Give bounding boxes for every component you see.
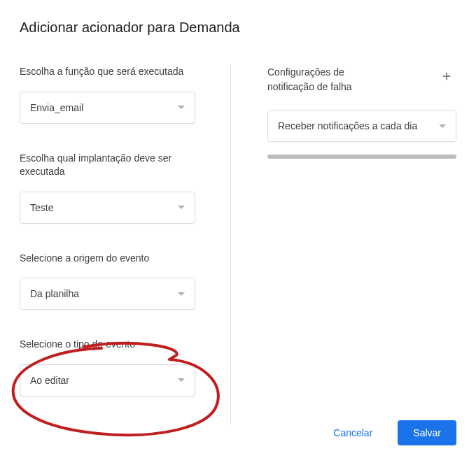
event-type-value: Ao editar [30, 375, 69, 386]
field-deployment: Escolha qual implantação deve ser execut… [20, 152, 216, 224]
field-event-source: Selecione a origem do evento Da planilha [20, 252, 216, 310]
event-source-value: Da planilha [30, 288, 79, 299]
add-notification-button[interactable] [437, 66, 456, 86]
field-function: Escolha a função que será executada Envi… [20, 65, 216, 124]
chevron-down-icon [178, 106, 185, 109]
notification-label: Configurações de notificação de falha [267, 65, 379, 94]
save-button[interactable]: Salvar [398, 420, 456, 445]
plus-icon [440, 70, 453, 83]
chevron-down-icon [178, 206, 185, 209]
event-type-label: Selecione o tipo de evento [20, 338, 216, 352]
event-source-dropdown[interactable]: Da planilha [20, 278, 195, 310]
function-dropdown[interactable]: Envia_email [20, 92, 195, 124]
deployment-value: Teste [30, 202, 53, 213]
event-source-label: Selecione a origem do evento [20, 252, 216, 266]
deployment-dropdown[interactable]: Teste [20, 192, 195, 224]
scroll-indicator [267, 155, 456, 159]
chevron-down-icon [178, 378, 185, 382]
cancel-button[interactable]: Cancelar [329, 422, 377, 444]
chevron-down-icon [178, 292, 185, 296]
left-column: Escolha a função que será executada Envi… [20, 65, 230, 424]
notification-dropdown[interactable]: Receber notificações a cada dia [267, 110, 456, 142]
deployment-label: Escolha qual implantação deve ser execut… [20, 152, 216, 179]
chevron-down-icon [439, 124, 446, 128]
page-title: Adicionar acionador para Demanda [20, 20, 456, 36]
function-value: Envia_email [30, 102, 83, 113]
right-column: Configurações de notificação de falha Re… [230, 65, 456, 424]
field-event-type: Selecione o tipo de evento Ao editar [20, 338, 216, 396]
footer-actions: Cancelar Salvar [329, 420, 456, 445]
notification-value: Receber notificações a cada dia [278, 120, 417, 131]
function-label: Escolha a função que será executada [20, 65, 216, 79]
event-type-dropdown[interactable]: Ao editar [20, 364, 195, 396]
